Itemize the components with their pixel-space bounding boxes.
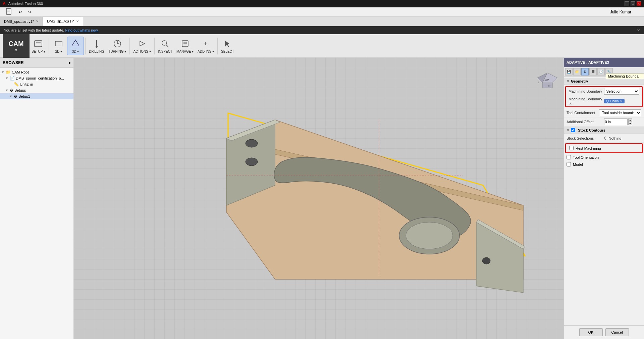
- svg-text:L: L: [538, 81, 539, 84]
- menu-file[interactable]: [3, 7, 15, 17]
- machining-boundary-s-label: Machining Boundary S.: [569, 97, 604, 105]
- tab-1[interactable]: DMS_spo...art v1* ✕: [0, 17, 43, 26]
- inspect-label: INSPECT: [158, 50, 172, 53]
- machining-boundary-select[interactable]: Selection: [604, 88, 640, 95]
- toolbar-turning[interactable]: TURNING ▾: [106, 37, 128, 55]
- tool-containment-label: Tool Containment: [567, 111, 599, 115]
- manage-label: MANAGE ▾: [176, 50, 194, 53]
- svg-point-32: [482, 257, 490, 264]
- toolbar-3d[interactable]: 3D ▾: [67, 37, 84, 55]
- nothing-icon: ⬡: [604, 136, 607, 140]
- offset-stepper: ▲ ▼: [628, 118, 632, 125]
- stock-selections-value[interactable]: ⬡ Nothing: [604, 136, 642, 140]
- panel-gear-btn[interactable]: ⚙: [581, 68, 589, 76]
- maximize-button[interactable]: □: [631, 1, 635, 6]
- svg-point-12: [162, 41, 167, 45]
- tool-containment-select[interactable]: Tool outside bound:: [599, 109, 641, 116]
- menu-redo[interactable]: ↪: [25, 9, 34, 15]
- cam-root-icon: 📁: [6, 70, 11, 75]
- geometry-section-header[interactable]: ▼ Geometry: [564, 78, 644, 85]
- machining-boundary-s-row: Machining Boundary S. ⬡ Chain ✕: [566, 96, 642, 106]
- rest-machining-row[interactable]: Rest Machining: [567, 145, 641, 152]
- toolbar-manage[interactable]: MANAGE ▾: [174, 37, 196, 55]
- toolbar-setup[interactable]: SETUP ▾: [30, 37, 47, 55]
- 2d-label: 2D ▾: [55, 50, 62, 53]
- menu-undo[interactable]: ↩: [16, 9, 25, 15]
- tool-containment-row: Tool Containment Tool outside bound:: [564, 108, 644, 117]
- offset-step-up[interactable]: ▲: [628, 118, 632, 122]
- svg-rect-0: [6, 8, 11, 14]
- drilling-icon: [91, 38, 102, 49]
- machining-boundary-label: Machining Boundary: [569, 89, 604, 93]
- panel-clock-btn[interactable]: 🕐: [597, 68, 605, 76]
- ok-button[interactable]: OK: [579, 328, 603, 336]
- tab-2-close[interactable]: ✕: [76, 19, 79, 23]
- tree-cam-root[interactable]: ▼ 📁 CAM Root: [0, 69, 73, 75]
- sidebar: BROWSER ● ▼ 📁 CAM Root ▼ 📄 DMS_spoon_cer…: [0, 58, 74, 339]
- additional-offset-row: Additional Offset ▲ ▼: [564, 117, 644, 127]
- sep3: [129, 38, 130, 54]
- stock-selections-label: Stock Selections: [567, 136, 604, 140]
- panel-list-btn[interactable]: ☰: [589, 68, 597, 76]
- notification-close[interactable]: ✕: [637, 28, 640, 33]
- tab-1-close[interactable]: ✕: [36, 19, 39, 23]
- tree-arrow-root: ▼: [1, 70, 5, 74]
- close-button[interactable]: ✕: [637, 1, 641, 6]
- tree-setup1[interactable]: ▼ ⚙ Setup1: [0, 93, 73, 99]
- addins-icon: +: [201, 38, 211, 49]
- model-row[interactable]: Model: [564, 161, 644, 168]
- units-icon: 📏: [14, 82, 19, 87]
- tree-setups[interactable]: ▼ ⚙ Setups: [0, 87, 73, 93]
- svg-line-13: [166, 45, 168, 47]
- svg-marker-7: [72, 40, 79, 46]
- toolbar-addins[interactable]: + ADD-INS ▾: [196, 37, 216, 55]
- notification-text: You are all set with the latest update. …: [4, 28, 99, 32]
- rest-machining-box: Rest Machining: [565, 143, 643, 153]
- rest-machining-checkbox[interactable]: [569, 146, 574, 150]
- tree-units[interactable]: 📏 Units: in: [0, 81, 73, 87]
- panel-title: ADAPTIVE : ADAPTIVE3: [567, 60, 609, 64]
- svg-point-31: [246, 158, 258, 166]
- tab-2-label: DMS_sp...v1(1)*: [47, 19, 74, 23]
- toolbar-2d[interactable]: 2D ▾: [50, 37, 67, 55]
- tree-dms-file[interactable]: ▼ 📄 DMS_spoon_certification_p...: [0, 75, 73, 81]
- addins-label: ADD-INS ▾: [198, 50, 214, 53]
- geometry-arrow-icon: ▼: [567, 80, 570, 83]
- stock-contours-checkbox[interactable]: [571, 128, 575, 132]
- tab-2[interactable]: DMS_sp...v1(1)* ✕: [43, 17, 83, 26]
- additional-offset-input[interactable]: [604, 118, 628, 125]
- svg-point-30: [246, 139, 258, 147]
- toolbar-select[interactable]: SELECT: [219, 37, 236, 55]
- canvas-area[interactable]: TOP L FR: [74, 58, 564, 339]
- svg-text:+: +: [204, 41, 207, 47]
- toolbar-inspect[interactable]: INSPECT: [156, 37, 174, 55]
- chain-tag-close-icon[interactable]: ✕: [620, 99, 623, 103]
- notification-link[interactable]: Find out what's new.: [65, 28, 98, 32]
- svg-point-29: [406, 222, 453, 249]
- tool-orientation-row[interactable]: Tool Orientation: [564, 154, 644, 161]
- offset-step-down[interactable]: ▼: [628, 122, 632, 125]
- tool-orientation-checkbox[interactable]: [567, 155, 571, 159]
- turning-label: TURNING ▾: [108, 50, 126, 53]
- browser-toggle-icon[interactable]: ●: [68, 60, 71, 65]
- actions-icon: [137, 38, 148, 49]
- setup-icon: [33, 38, 44, 49]
- model-checkbox[interactable]: [567, 162, 571, 166]
- toolbar-actions[interactable]: ACTIONS ▾: [131, 37, 153, 55]
- cancel-button[interactable]: Cancel: [605, 328, 629, 336]
- svg-rect-6: [55, 41, 62, 46]
- toolbar-drilling[interactable]: DRILLING: [87, 37, 106, 55]
- svg-marker-19: [225, 41, 230, 47]
- sep4: [154, 38, 155, 54]
- tree-setups-label: Setups: [14, 88, 26, 92]
- minimize-button[interactable]: ─: [625, 1, 629, 6]
- cam-dropdown-button[interactable]: CAM ▼: [3, 34, 30, 58]
- stock-contours-section-header[interactable]: ▼ Stock Contours: [564, 127, 644, 134]
- panel-folder-btn[interactable]: 📁: [573, 68, 581, 76]
- panel-settings-btn[interactable]: 🔧: [605, 68, 613, 76]
- browser-title: BROWSER: [3, 60, 24, 65]
- sep5: [217, 38, 218, 54]
- panel-save-btn[interactable]: 💾: [565, 68, 573, 76]
- viewcube[interactable]: TOP L FR: [534, 64, 561, 91]
- chain-tag[interactable]: ⬡ Chain ✕: [604, 99, 625, 103]
